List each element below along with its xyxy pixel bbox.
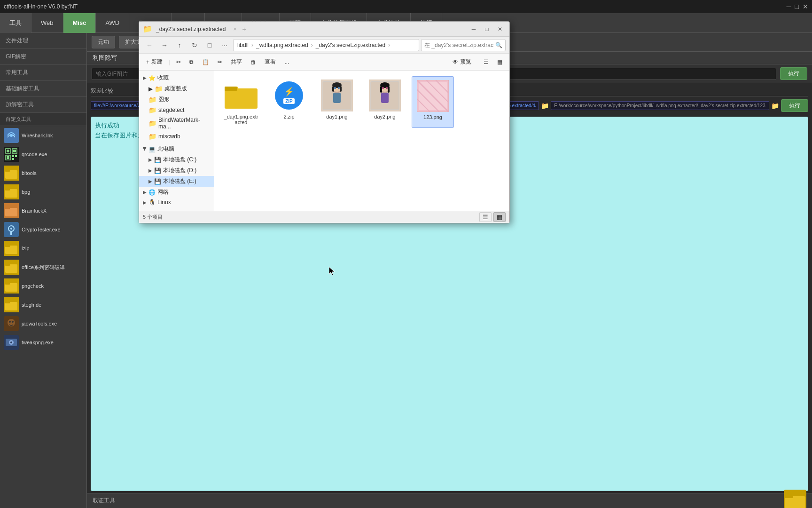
sidebar-tool-lzip[interactable]: lzip (0, 239, 86, 258)
nav-tab-awd[interactable]: AWD (96, 13, 129, 33)
fe-share-btn[interactable]: 共享 (227, 56, 245, 68)
sidebar-tool-bpg[interactable]: bpg (0, 183, 86, 201)
fe-list-view-btn[interactable]: ☰ (480, 56, 492, 68)
sidebar-tool-jaowa[interactable]: jaowaTools.exe (0, 314, 86, 333)
fe-sep-2: › (311, 42, 313, 48)
fe-file-zip[interactable]: ⚡ ZIP 2.zip (268, 76, 310, 128)
fe-expand-linux: ▶ (143, 200, 147, 205)
fe-more-nav-btn[interactable]: ··· (218, 39, 231, 52)
fe-title-controls: ─ □ ✕ (468, 24, 506, 34)
fe-file-123-png[interactable]: 123.png (412, 76, 454, 128)
fe-grid-view-btn[interactable]: ▦ (494, 56, 506, 68)
svg-point-45 (10, 341, 12, 343)
tool-jaowa-label: jaowaTools.exe (22, 321, 57, 326)
fe-tree-linux[interactable]: ▶ 🐧 Linux (139, 198, 214, 207)
fe-delete-btn[interactable]: 🗑 (247, 56, 259, 68)
fe-tree-miscwdb[interactable]: 📁 miscwdb (139, 131, 214, 142)
fe-thumb-day1 (320, 79, 353, 112)
svg-rect-8 (7, 156, 9, 159)
tool-bpg-label: bpg (22, 189, 30, 195)
fe-tree-blindwatermark[interactable]: 📁 BlindWaterMark-ma... (139, 115, 214, 131)
sidebar-tool-brainfuck[interactable]: BrainfuckX (0, 201, 86, 220)
fe-tree-stegdetect-label: stegdetect (158, 107, 184, 113)
tool-wireshark-label: Wireshark.lnk (22, 133, 53, 138)
sidebar-section-gifdecrypt[interactable]: GIF解密 (0, 49, 86, 65)
fe-tree-desktop-label: 桌面整版 (164, 85, 187, 93)
svg-rect-10 (15, 155, 17, 157)
fe-refresh-btn[interactable]: ↻ (188, 39, 201, 52)
fe-paste-btn[interactable]: 📋 (199, 56, 212, 68)
fe-file-day2-png[interactable]: day2.png (364, 76, 406, 128)
sidebar-tool-pngcheck[interactable]: pngcheck (0, 277, 86, 295)
fe-forward-btn[interactable]: → (158, 39, 171, 52)
minimize-btn[interactable]: ─ (787, 3, 791, 10)
fe-status-list-btn[interactable]: ☰ (479, 212, 492, 222)
svg-rect-9 (12, 155, 14, 157)
gif-execute-btn[interactable]: 执行 (780, 67, 807, 80)
sidebar-tool-bitools[interactable]: bitools (0, 164, 86, 183)
nav-tab-web[interactable]: Web (31, 13, 63, 33)
nav-tab-tools[interactable]: 工具 (0, 13, 31, 33)
titlebar: ctftools-all-in-one V6.0 by:'NT ─ □ ✕ (0, 0, 812, 13)
fe-tree-thispc[interactable]: ▶ 💻 此电脑 (139, 143, 214, 154)
sidebar-tool-office[interactable]: office系列密码破译 (0, 258, 86, 277)
fe-tree-stegdetect[interactable]: 📁 stegdetect (139, 105, 214, 115)
compare-folder-btn-2[interactable]: 📁 (541, 102, 549, 110)
fe-expand-network: ▶ (143, 190, 147, 195)
fe-icon-stegdetect: 📁 (148, 106, 156, 114)
fe-tree-thispc-label: 此电脑 (157, 145, 174, 153)
fe-breadcrumb-libdll[interactable]: libdll (237, 42, 249, 48)
fe-status-grid-btn[interactable]: ▦ (493, 212, 506, 222)
sidebar-section-basicdecrypt[interactable]: 基础解密工具 (0, 81, 86, 97)
fe-breadcrumb-extracted[interactable]: _wdfla.png.extracted (256, 42, 308, 48)
fe-close-btn[interactable]: ✕ (494, 24, 506, 34)
sidebar-tool-cryptotester[interactable]: CryptoTester.exe (0, 220, 86, 239)
sidebar-tool-tweakpng[interactable]: tweakpng.exe (0, 333, 86, 352)
sidebar-section-common[interactable]: 常用工具 (0, 65, 86, 81)
compare-input-3[interactable] (551, 101, 769, 110)
fe-preview-btn[interactable]: 👁 预览 (449, 56, 475, 68)
fe-tree-desktop[interactable]: ▶ 📁 桌面整版 (139, 83, 214, 94)
fe-back-btn[interactable]: ← (143, 39, 156, 52)
fe-thumb-day1-folder (225, 79, 258, 112)
fe-tree-favorites[interactable]: ▶ ⭐ 收藏 (139, 72, 214, 83)
nav-tab-misc[interactable]: Misc (63, 13, 96, 33)
fe-restore-btn[interactable]: □ (481, 24, 492, 34)
compare-execute-btn[interactable]: 执行 (781, 99, 808, 112)
tool-bitools-label: bitools (22, 170, 37, 176)
fe-view-btn[interactable]: 查看 (261, 56, 279, 68)
fe-copy-btn[interactable]: ⧉ (186, 56, 197, 68)
fe-more-action-btn[interactable]: ... (281, 56, 292, 68)
fe-file-day1-folder-name: _day1.png.extracted (223, 114, 259, 125)
maximize-btn[interactable]: □ (795, 3, 799, 10)
fe-cut-btn[interactable]: ✂ (173, 56, 184, 68)
fe-address-bar[interactable]: libdll › _wdfla.png.extracted › _day2's … (233, 39, 419, 51)
fe-tree-network[interactable]: ▶ 🌐 网络 (139, 187, 214, 198)
fe-rename-btn[interactable]: ✏ (214, 56, 226, 68)
svg-point-63 (334, 87, 336, 89)
fe-breadcrumb-current[interactable]: _day2's secret.zip.extracted (316, 42, 385, 48)
sidebar-section-fileprocess[interactable]: 文件处理 (0, 33, 86, 49)
fe-tree-drive-c[interactable]: ▶ 💾 本地磁盘 (C:) (139, 154, 214, 165)
fe-new-tab-btn[interactable]: + (242, 25, 246, 33)
fe-new-action-btn[interactable]: + 新建 (143, 56, 166, 68)
fe-minimize-btn[interactable]: ─ (468, 24, 479, 34)
sidebar-tool-qrcode[interactable]: qrcode.exe (0, 145, 86, 164)
close-btn[interactable]: ✕ (803, 3, 808, 10)
sidebar-tool-wireshark[interactable]: Wireshark.lnk (0, 126, 86, 145)
fe-tree-graphics[interactable]: 📁 图形 (139, 94, 214, 105)
tool-header-btn1[interactable]: 元功 (92, 36, 115, 48)
fe-thumb-zip: ⚡ ZIP (273, 79, 305, 112)
fe-tree-drive-d[interactable]: ▶ 💾 本地磁盘 (D:) (139, 165, 214, 176)
sidebar-section-encrypt[interactable]: 加解密工具 (0, 97, 86, 113)
fe-address-dropdown-btn[interactable]: □ (203, 39, 216, 52)
fe-up-btn[interactable]: ↑ (173, 39, 186, 52)
fe-file-day1-png[interactable]: day1.png (316, 76, 358, 128)
fe-search-input[interactable] (424, 42, 493, 48)
fe-file-day1-folder[interactable]: _day1.png.extracted (220, 76, 262, 128)
fe-search-box: 🔍 (421, 39, 506, 51)
fe-expand-d: ▶ (148, 168, 152, 173)
fe-tree-drive-e[interactable]: ▶ 💾 本地磁盘 (E:) (139, 176, 214, 187)
compare-folder-btn-3[interactable]: 📁 (771, 102, 779, 110)
sidebar-tool-steghde[interactable]: stegh.de (0, 295, 86, 314)
